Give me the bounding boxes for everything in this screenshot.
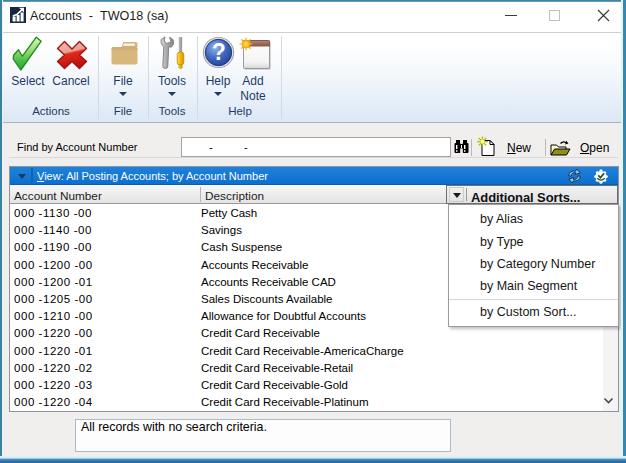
svg-text:?: ? [212,39,226,65]
